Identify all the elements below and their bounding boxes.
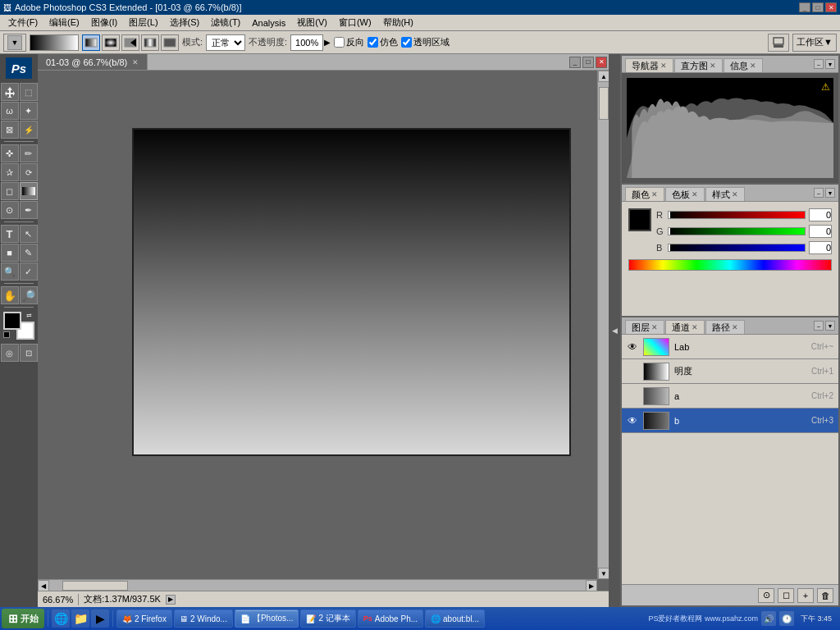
quick-launch-folder[interactable]: 📁 [71,609,89,628]
h-scrollbar-thumb[interactable] [62,581,128,591]
gradient-diamond-btn[interactable] [161,34,179,51]
minimize-button[interactable]: _ [799,2,810,12]
menu-layer[interactable]: 图层(L) [124,15,162,30]
tab-histogram-close[interactable]: ✕ [710,62,716,70]
screen-mode-btn[interactable]: ⊡ [20,344,38,362]
brush-tool[interactable]: ✏ [20,144,38,162]
channel-row-b[interactable]: 👁 b Ctrl+3 [622,409,838,433]
measure-tool[interactable]: ✓ [20,262,38,281]
b-slider[interactable] [668,244,806,252]
gradient-angle-btn[interactable] [121,34,139,51]
path-select-tool[interactable]: ↖ [20,225,38,243]
tab-paths-close[interactable]: ✕ [732,323,738,331]
quick-launch-media[interactable]: ▶ [91,609,109,628]
taskbar-item-about[interactable]: 🌐 about:bl... [425,609,485,628]
eyedropper-tool[interactable]: 🔍 [1,262,19,281]
channel-eye-b[interactable]: 👁 [627,415,638,427]
tab-channels-close[interactable]: ✕ [692,323,698,331]
shape-tool[interactable]: ■ [1,244,19,262]
canvas-scroll-area[interactable]: ▲ ▼ ◀ ▶ [38,71,609,591]
r-slider[interactable] [668,211,806,219]
marquee-tool[interactable]: ⬚ [20,83,38,101]
hand-tool[interactable]: ✋ [1,286,19,304]
tab-color[interactable]: 颜色 ✕ [625,187,664,201]
tool-preset-btn[interactable]: ▼ [3,34,26,52]
channel-dotted-circle-btn[interactable]: ⊙ [758,588,774,603]
notes-tool[interactable]: ✎ [20,244,38,262]
canvas-max-btn[interactable]: □ [582,57,594,68]
channel-save-btn[interactable]: ◻ [778,588,794,603]
taskbar-item-adobe[interactable]: Ps Adobe Ph... [358,609,423,628]
channel-eye-lab[interactable]: 👁 [627,341,638,353]
dodge-tool[interactable]: ⊙ [1,201,19,219]
tab-paths[interactable]: 路径 ✕ [705,320,745,334]
nav-panel-menu[interactable]: ▼ [825,59,835,69]
crop-tool[interactable]: ⊠ [1,121,19,139]
tab-swatches-close[interactable]: ✕ [692,190,698,199]
channels-panel-min[interactable]: – [814,321,824,331]
maximize-button[interactable]: □ [812,2,824,12]
menu-file[interactable]: 文件(F) [3,15,43,30]
gradient-reflect-btn[interactable] [141,34,159,51]
h-scroll-right[interactable]: ▶ [586,580,597,591]
h-scroll-left[interactable]: ◀ [38,580,49,591]
nav-panel-min[interactable]: – [814,59,824,69]
move-tool[interactable] [1,83,19,101]
pen-tool[interactable]: ✒ [20,201,38,219]
magic-wand-tool[interactable]: ✦ [20,102,38,120]
tab-layers[interactable]: 图层 ✕ [625,320,664,334]
slice-tool[interactable]: ⚡ [20,121,38,139]
tab-info[interactable]: 信息 ✕ [724,58,763,72]
canvas-min-btn[interactable]: _ [569,57,581,68]
tab-navigator[interactable]: 导航器 ✕ [625,58,673,72]
clone-tool[interactable]: ✰ [1,163,19,181]
taskbar-item-notepad[interactable]: 📝 2 记事本 [300,609,355,628]
lasso-tool[interactable]: ω [1,102,19,120]
workspace-icon-btn[interactable] [768,34,789,52]
swap-colors[interactable]: ⇄ [26,312,34,320]
quick-launch-ie[interactable]: 🌐 [52,609,70,628]
eraser-tool[interactable]: ◻ [1,182,19,200]
color-swatch-fg[interactable] [628,208,651,231]
canvas-tab-close[interactable]: ✕ [132,58,139,66]
channel-new-btn[interactable]: + [797,588,814,603]
status-arrow[interactable]: ▶ [166,595,176,605]
menu-filter[interactable]: 滤镜(T) [206,15,245,30]
menu-edit[interactable]: 编辑(E) [44,15,84,30]
taskbar-item-firefox[interactable]: 🦊 2 Firefox [116,609,172,628]
channel-row-lab[interactable]: 👁 Lab Ctrl+~ [622,335,838,359]
channel-eye-a[interactable]: 👁 [627,390,638,402]
tray-network[interactable]: 🔊 [761,611,776,626]
workspace-btn[interactable]: 工作区▼ [792,34,837,52]
tab-navigator-close[interactable]: ✕ [660,62,667,70]
tab-color-close[interactable]: ✕ [651,190,658,199]
tab-channels[interactable]: 通道 ✕ [665,320,705,334]
gradient-preview[interactable] [30,34,79,51]
v-scroll-up[interactable]: ▲ [598,71,609,82]
canvas-close-btn[interactable]: ✕ [596,57,607,68]
close-button[interactable]: ✕ [825,2,837,12]
start-button[interactable]: ⊞ 开始 [2,609,44,628]
taskbar-item-windows[interactable]: 🖥 2 Windo... [174,609,233,628]
b-value-input[interactable] [809,241,832,254]
gradient-radial-btn[interactable] [102,34,120,51]
channel-delete-btn[interactable]: 🗑 [817,588,833,603]
tab-styles[interactable]: 样式 ✕ [705,187,745,201]
panel-collapse-handle[interactable]: ◀ [609,54,620,607]
transparency-checkbox[interactable] [401,37,412,48]
dither-checkbox[interactable] [368,37,378,48]
quick-mask-btn[interactable]: ◎ [1,344,19,362]
tab-layers-close[interactable]: ✕ [651,323,658,331]
tab-histogram[interactable]: 直方图 ✕ [674,58,723,72]
color-panel-min[interactable]: – [814,188,824,198]
taskbar-item-photos[interactable]: 📄 【Photos... [235,609,299,628]
opacity-input[interactable] [290,34,323,51]
gradient-linear-btn[interactable] [82,34,100,51]
mode-select[interactable]: 正常 [206,34,245,51]
text-tool[interactable]: T [1,225,19,243]
channel-row-brightness[interactable]: 👁 明度 Ctrl+1 [622,359,838,384]
v-scrollbar-thumb[interactable] [599,87,609,120]
default-colors[interactable] [3,331,10,338]
tab-swatches[interactable]: 色板 ✕ [665,187,705,201]
zoom-tool[interactable]: 🔎 [20,286,38,304]
